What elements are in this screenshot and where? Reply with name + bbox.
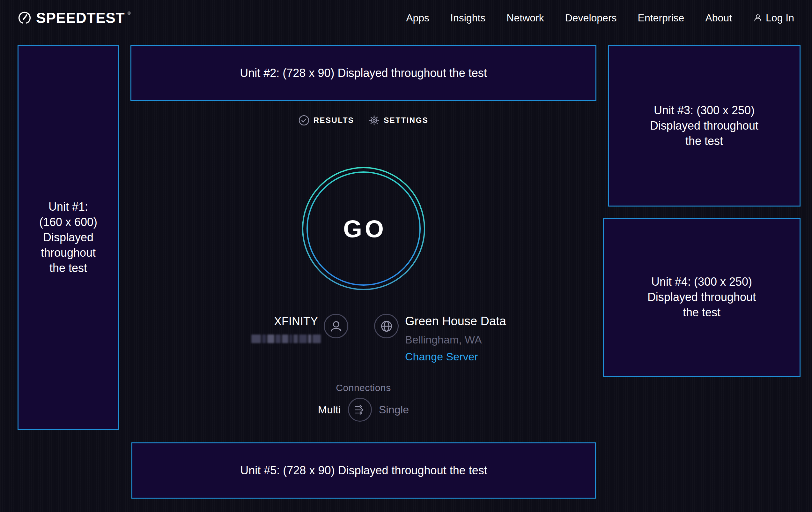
ad-unit-3[interactable]: Unit #3: (300 x 250) Displayed throughou… bbox=[608, 45, 801, 207]
connection-mode-toggle: Multi Single bbox=[119, 398, 608, 422]
results-tab-label: RESULTS bbox=[314, 116, 354, 125]
speedtest-main: RESULTS bbox=[119, 0, 608, 512]
settings-tab-label: SETTINGS bbox=[384, 116, 428, 125]
change-server-link[interactable]: Change Server bbox=[405, 350, 478, 363]
server-name: Green House Data bbox=[405, 314, 506, 328]
ad-unit-3-text: Unit #3: (300 x 250) Displayed throughou… bbox=[642, 103, 766, 149]
user-icon bbox=[753, 13, 762, 23]
isp-name: XFINITY bbox=[119, 315, 318, 328]
tab-results[interactable]: RESULTS bbox=[298, 115, 354, 126]
isp-avatar bbox=[324, 314, 348, 339]
go-button-label: GO bbox=[301, 166, 427, 291]
login-label: Log In bbox=[766, 12, 794, 24]
single-option[interactable]: Single bbox=[379, 403, 409, 416]
isp-ip-redacted bbox=[251, 334, 321, 343]
gear-icon bbox=[369, 115, 379, 126]
ad-unit-4-text: Unit #4: (300 x 250) Displayed throughou… bbox=[639, 274, 764, 320]
ad-unit-1[interactable]: Unit #1: (160 x 600) Displayed throughou… bbox=[18, 45, 119, 430]
multi-arrows-icon bbox=[352, 403, 367, 417]
speedometer-icon bbox=[18, 11, 31, 25]
go-button[interactable]: GO bbox=[301, 166, 427, 291]
server-location: Bellingham, WA bbox=[405, 333, 482, 346]
nav-item-enterprise[interactable]: Enterprise bbox=[638, 12, 685, 24]
multi-option[interactable]: Multi bbox=[318, 403, 341, 416]
ad-unit-1-text: Unit #1: (160 x 600) Displayed throughou… bbox=[36, 199, 101, 276]
view-tabs: RESULTS bbox=[119, 115, 608, 126]
nav-item-about[interactable]: About bbox=[705, 12, 732, 24]
globe-icon bbox=[379, 319, 394, 333]
server-globe bbox=[374, 314, 399, 339]
ad-unit-4[interactable]: Unit #4: (300 x 250) Displayed throughou… bbox=[603, 218, 801, 377]
logo-text: SPEEDTEST bbox=[36, 9, 125, 26]
connections-label: Connections bbox=[119, 382, 608, 393]
check-circle-icon bbox=[298, 115, 309, 126]
speedtest-logo[interactable]: SPEEDTEST ® bbox=[18, 9, 133, 26]
tab-settings[interactable]: SETTINGS bbox=[369, 115, 428, 126]
connections-toggle-button[interactable] bbox=[348, 398, 372, 422]
nav-item-login[interactable]: Log In bbox=[753, 12, 794, 24]
user-circle-icon bbox=[329, 319, 344, 333]
